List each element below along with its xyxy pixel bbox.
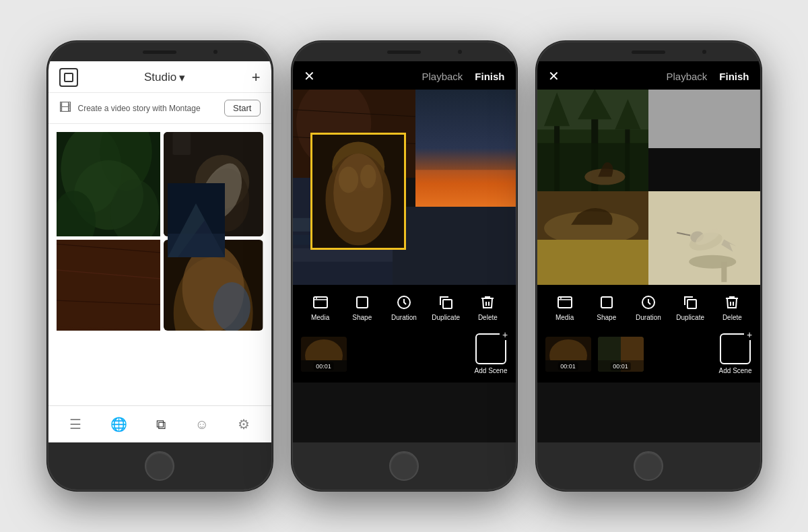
svg-point-22: [213, 282, 250, 331]
shape-tool[interactable]: Shape: [347, 294, 377, 321]
canvas-gold: [537, 240, 649, 285]
svg-rect-13: [168, 234, 225, 257]
settings-nav-icon[interactable]: ⚙: [238, 416, 250, 432]
canvas-bird: [648, 191, 760, 285]
svg-point-40: [360, 164, 376, 188]
duplicate-tool-3[interactable]: Duplicate: [675, 294, 705, 321]
shape-label-3: Shape: [597, 314, 616, 321]
smiley-nav-icon[interactable]: ☺: [195, 417, 208, 432]
svg-rect-43: [357, 297, 368, 308]
duplicate-label-3: Duplicate: [676, 314, 704, 321]
scene-time-1: 00:01: [313, 362, 334, 370]
svg-rect-61: [648, 148, 760, 191]
duplicate-icon: [438, 294, 454, 310]
home-button-3[interactable]: [634, 451, 663, 481]
delete-tool-3[interactable]: Delete: [717, 294, 747, 321]
studio-title[interactable]: Studio ▾: [144, 71, 185, 85]
phone-3: ✕ Playback Finish: [536, 41, 762, 491]
media-label: Media: [311, 314, 329, 321]
toolbar-3: Media Shape Duration: [537, 285, 760, 328]
montage-left: 🎞 Create a video story with Montage: [59, 101, 201, 115]
scene-thumb-3-2[interactable]: 00:01: [598, 337, 644, 372]
duplicate-tool[interactable]: Duplicate: [431, 294, 461, 321]
duration-tool-3[interactable]: Duration: [634, 294, 663, 321]
photo-grid: [48, 124, 271, 339]
playback-button-3[interactable]: Playback: [666, 71, 707, 82]
scene-time-3-1: 00:01: [558, 362, 578, 370]
svg-rect-14: [57, 240, 161, 331]
photo-bark: [57, 240, 161, 331]
bars-nav-icon[interactable]: ☰: [69, 416, 81, 432]
shape-icon: [354, 294, 370, 310]
canvas-dark-mid: [648, 148, 760, 191]
phone-2: ✕ Playback Finish: [292, 41, 517, 491]
svg-point-42: [316, 298, 317, 299]
svg-rect-41: [314, 297, 327, 308]
media-label-3: Media: [556, 314, 574, 321]
close-button-3[interactable]: ✕: [548, 68, 560, 84]
duration-label-3: Duration: [636, 314, 661, 321]
header-actions-3: Playback Finish: [666, 71, 749, 82]
media-icon-3: [557, 294, 573, 310]
delete-label-3: Delete: [722, 314, 742, 321]
delete-icon-3: [724, 294, 740, 310]
svg-rect-57: [537, 143, 649, 191]
scene-thumb-1[interactable]: 00:01: [301, 337, 347, 372]
svg-rect-68: [721, 261, 727, 281]
montage-banner: 🎞 Create a video story with Montage Star…: [48, 93, 271, 124]
close-button[interactable]: ✕: [304, 68, 315, 84]
phone-1: Studio ▾ + 🎞 Create a video story with M…: [47, 41, 273, 491]
timeline-3: 00:01 00:01 + Add Scene: [537, 328, 760, 383]
editor-header: ✕ Playback Finish: [293, 61, 516, 90]
collage-phone2: [293, 90, 516, 285]
svg-point-67: [689, 255, 736, 268]
svg-rect-77: [687, 300, 696, 308]
canvas-sunset: [415, 90, 516, 207]
layers-nav-icon[interactable]: ⧉: [156, 417, 166, 432]
timeline: 00:01 + Add Scene: [293, 328, 516, 383]
duration-icon-3: [640, 294, 656, 310]
media-tool[interactable]: Media: [306, 294, 335, 321]
collage-phone3: [537, 90, 760, 285]
add-scene-label: Add Scene: [475, 367, 508, 374]
montage-text: Create a video story with Montage: [78, 104, 201, 113]
start-button[interactable]: Start: [224, 100, 260, 117]
delete-tool[interactable]: Delete: [473, 294, 502, 321]
svg-point-74: [560, 298, 562, 299]
canvas-area-3: [537, 90, 760, 285]
add-scene-plus-icon: +: [500, 329, 510, 340]
add-scene[interactable]: + Add Scene: [475, 333, 508, 374]
canvas-grey: [648, 90, 760, 148]
studio-label: Studio: [144, 71, 176, 84]
svg-rect-34: [393, 207, 515, 285]
toolbar: Media Shape Duration: [293, 285, 516, 328]
finish-button-3[interactable]: Finish: [719, 71, 749, 82]
phone1-header: Studio ▾ +: [48, 61, 271, 93]
editor-header-3: ✕ Playback Finish: [537, 61, 760, 90]
canvas-dog: [537, 191, 649, 240]
add-button[interactable]: +: [252, 69, 261, 86]
svg-rect-73: [558, 297, 572, 308]
globe-nav-icon[interactable]: 🌐: [110, 416, 127, 432]
canvas-trees: [537, 90, 649, 191]
home-button[interactable]: [145, 451, 174, 481]
duration-tool[interactable]: Duration: [389, 294, 419, 321]
home-button-2[interactable]: [389, 451, 419, 481]
svg-rect-75: [601, 297, 612, 308]
media-tool-3[interactable]: Media: [550, 294, 580, 321]
shape-tool-3[interactable]: Shape: [592, 294, 621, 321]
photo-leaves: [57, 132, 161, 236]
svg-rect-45: [443, 300, 452, 308]
add-scene-3[interactable]: + Add Scene: [719, 333, 752, 374]
header-actions: Playback Finish: [422, 71, 504, 82]
duration-icon: [396, 294, 412, 310]
canvas-dark: [393, 207, 515, 285]
duplicate-label: Duplicate: [432, 314, 460, 321]
playback-button[interactable]: Playback: [422, 71, 463, 82]
scene-thumb-3-1[interactable]: 00:01: [545, 337, 591, 372]
finish-button[interactable]: Finish: [475, 71, 504, 82]
svg-point-38: [333, 154, 383, 232]
add-scene-plus-icon-3: +: [744, 329, 755, 340]
svg-rect-7: [173, 132, 191, 154]
delete-icon: [479, 294, 496, 310]
